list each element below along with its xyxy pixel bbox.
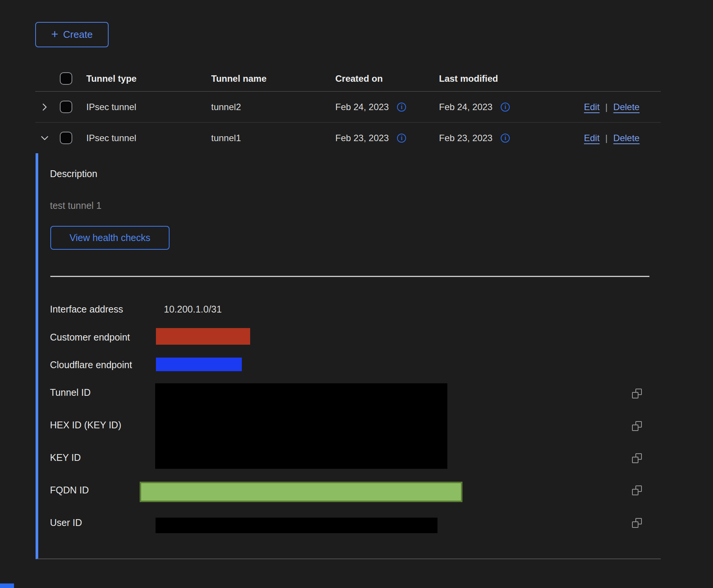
header-created-on: Created on	[335, 73, 439, 84]
section-divider	[50, 276, 649, 277]
select-all-checkbox[interactable]	[60, 72, 72, 85]
table-header-row: Tunnel type Tunnel name Created on Last …	[35, 57, 661, 92]
tunnel-hex-key-id-redacted-values	[155, 383, 447, 469]
delete-link[interactable]: Delete	[613, 102, 640, 112]
copy-icon-front-square	[632, 425, 638, 431]
copy-hex-id-icon[interactable]	[632, 421, 642, 431]
table-row-tunnel1: IPsec tunnel tunnel1 Feb 23, 2023 i Feb …	[35, 123, 661, 153]
user-id-label: User ID	[50, 517, 82, 528]
last-modified-cell: Feb 24, 2023 i	[439, 102, 584, 112]
cloudflare-endpoint-label: Cloudflare endpoint	[50, 359, 132, 370]
hex-id-label: HEX ID (KEY ID)	[50, 420, 121, 431]
table-row-tunnel2: IPsec tunnel tunnel2 Feb 24, 2023 i Feb …	[35, 92, 661, 123]
actions-cell: Edit | Delete	[584, 102, 661, 112]
interface-address-label: Interface address	[50, 304, 123, 315]
tunnel-id-label: Tunnel ID	[50, 387, 90, 398]
last-modified-date: Feb 24, 2023	[439, 102, 492, 112]
create-button-label: Create	[63, 29, 93, 40]
interface-address-value: 10.200.1.0/31	[164, 304, 222, 315]
description-value: test tunnel 1	[50, 200, 101, 211]
cloudflare-endpoint-redacted-value	[156, 358, 242, 371]
copy-icon-front-square	[632, 457, 638, 463]
ipsec-tunnels-page: + Create Tunnel type Tunnel name Created…	[0, 0, 713, 588]
row-checkbox[interactable]	[60, 101, 72, 113]
delete-link[interactable]: Delete	[613, 133, 640, 143]
copy-fqdn-id-icon[interactable]	[632, 485, 642, 495]
last-modified-cell: Feb 23, 2023 i	[439, 133, 584, 143]
tunnel1-expanded-panel: Description test tunnel 1 View health ch…	[36, 153, 661, 559]
key-id-label: KEY ID	[50, 452, 81, 463]
copy-icon-front-square	[632, 521, 638, 528]
fqdn-id-redacted-value	[140, 482, 462, 502]
info-icon[interactable]: i	[397, 103, 406, 112]
info-icon[interactable]: i	[397, 134, 406, 143]
actions-separator: |	[605, 133, 607, 143]
horizontal-scrollbar-thumb[interactable]	[0, 583, 14, 588]
chevron-right-icon[interactable]	[40, 103, 49, 112]
tunnel-type-cell: IPsec tunnel	[86, 102, 211, 112]
user-id-redacted-value	[156, 518, 437, 533]
row-checkbox-cell	[60, 101, 86, 113]
actions-separator: |	[605, 102, 607, 112]
copy-key-id-icon[interactable]	[632, 453, 642, 463]
customer-endpoint-redacted-value	[156, 328, 250, 345]
created-on-date: Feb 23, 2023	[335, 133, 389, 143]
plus-icon: +	[51, 28, 58, 40]
edit-link[interactable]: Edit	[584, 102, 599, 112]
fqdn-id-label: FQDN ID	[50, 485, 89, 496]
description-label: Description	[50, 168, 97, 179]
created-on-cell: Feb 23, 2023 i	[335, 133, 439, 143]
customer-endpoint-label: Customer endpoint	[50, 332, 130, 343]
view-health-checks-button[interactable]: View health checks	[50, 226, 170, 250]
header-checkbox-cell	[60, 72, 86, 85]
info-icon[interactable]: i	[501, 103, 510, 112]
last-modified-date: Feb 23, 2023	[439, 133, 492, 143]
create-button[interactable]: + Create	[35, 22, 109, 47]
row-checkbox-cell	[60, 132, 86, 144]
info-icon[interactable]: i	[501, 134, 510, 143]
row-expander-cell	[35, 134, 60, 143]
copy-tunnel-id-icon[interactable]	[632, 389, 642, 398]
row-expander-cell	[35, 103, 60, 112]
edit-link[interactable]: Edit	[584, 133, 599, 143]
header-tunnel-name: Tunnel name	[211, 73, 335, 84]
header-last-modified: Last modified	[439, 73, 584, 84]
tunnels-table: Tunnel type Tunnel name Created on Last …	[35, 57, 661, 153]
header-tunnel-type: Tunnel type	[86, 73, 211, 84]
chevron-down-icon[interactable]	[40, 134, 49, 143]
created-on-cell: Feb 24, 2023 i	[335, 102, 439, 112]
tunnel-name-cell: tunnel2	[211, 102, 335, 112]
actions-cell: Edit | Delete	[584, 133, 661, 143]
copy-user-id-icon[interactable]	[632, 518, 642, 528]
row-checkbox[interactable]	[60, 132, 72, 144]
tunnel-type-cell: IPsec tunnel	[86, 133, 211, 143]
copy-icon-front-square	[632, 392, 638, 398]
copy-icon-front-square	[632, 489, 638, 495]
tunnel-name-cell: tunnel1	[211, 133, 335, 143]
created-on-date: Feb 24, 2023	[335, 102, 389, 112]
